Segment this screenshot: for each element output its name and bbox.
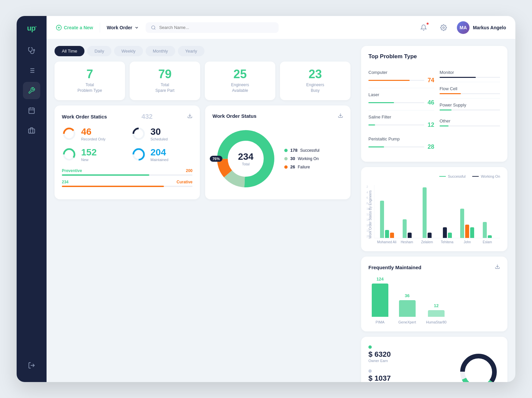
- filter-daily[interactable]: Daily: [87, 46, 111, 56]
- stat-item-recorded-info: 46 Recorded Only: [81, 126, 105, 141]
- freq-download-icon[interactable]: [495, 264, 500, 271]
- y-axis: 20 18 16 14 12 10 8 6 4 2: [366, 185, 370, 238]
- sidebar-icon-calendar[interactable]: [23, 102, 40, 119]
- donut-scheduled: [131, 126, 146, 141]
- sidebar-icon-tools[interactable]: [23, 82, 40, 99]
- legend-dot-working: [284, 157, 288, 160]
- curative-fill: [62, 186, 164, 187]
- sidebar: up• Mange Data: [17, 16, 47, 382]
- stat-item-recorded: 46 Recorded Only: [62, 126, 123, 141]
- avatar: MA: [457, 21, 469, 34]
- notification-badge: [426, 22, 429, 25]
- problem-computer: Computer 74: [368, 66, 434, 88]
- problem-left-col: Computer 74 Laser: [368, 66, 434, 154]
- problem-right-col: Monitor Flow Cell: [434, 66, 500, 154]
- donut-maintained: [131, 147, 146, 162]
- stat-item-new: 152 New: [62, 147, 123, 162]
- freq-humastar: 12 HumaStar80: [426, 303, 447, 324]
- legend-working-line-color: [472, 176, 479, 177]
- time-filters: All Time Daily Weekly Monthly Yearly: [55, 46, 350, 56]
- bar-chart-wrapper: Work Order Status By Engineers 20 18 16 …: [368, 185, 500, 244]
- sidebar-icon-case[interactable]: Mange Data: [23, 122, 40, 139]
- top-problem-title: Top Problem Type: [368, 53, 500, 60]
- svg-rect-11: [29, 129, 35, 133]
- search-input[interactable]: [159, 25, 273, 30]
- donut-recorded: [62, 126, 76, 141]
- svg-line-17: [154, 28, 155, 29]
- stat-card-problem-type: 7 TotalProblem Type: [55, 62, 125, 100]
- earnings-card: $ 6320 Owner Earn $ 1037 Additional Fees…: [361, 337, 507, 382]
- stat-item-maintained-info: 204 Maintained: [151, 147, 169, 162]
- statics-download-icon[interactable]: [187, 113, 193, 120]
- stat-label-engineers-available: EngineersAvailable: [231, 82, 249, 94]
- stat-item-scheduled-info: 30 Scheduled: [151, 126, 168, 141]
- svg-point-0: [34, 49, 35, 51]
- status-donut-chart: 234 Total 76%: [212, 125, 279, 192]
- search-bar[interactable]: [146, 22, 279, 33]
- legend-working-on: 30 Working On: [284, 156, 320, 161]
- settings-button[interactable]: [437, 21, 450, 34]
- donut-container: 234 Total 76% 178 Successful: [212, 125, 343, 192]
- status-card-header: Work Order Status: [212, 113, 343, 119]
- work-order-dropdown[interactable]: Work Order: [107, 25, 139, 30]
- dashboard-right: Top Problem Type Computer 74: [356, 39, 515, 382]
- svg-point-18: [443, 27, 445, 28]
- earnings-donut-container: $ 2,35 Total Earning: [457, 344, 500, 382]
- curative-label: Curative: [177, 180, 193, 184]
- frequently-maintained-card: Frequently Maintained 124 PIMA 36: [361, 257, 507, 331]
- bar-group-zelalem: [417, 187, 437, 238]
- filter-yearly[interactable]: Yearly: [178, 46, 204, 56]
- user-name: Markus Angelo: [473, 25, 506, 30]
- bar-group-tehitena: [437, 227, 457, 238]
- filter-monthly[interactable]: Monthly: [146, 46, 176, 56]
- user-profile[interactable]: MA Markus Angelo: [457, 21, 506, 34]
- earnings-left: $ 6320 Owner Earn $ 1037 Additional Fees…: [368, 344, 452, 382]
- app-header: Create a New Work Order MA: [47, 16, 515, 39]
- stat-label-engineers-busy: EngineersBusy: [306, 82, 324, 94]
- earning-dot-owner: [368, 345, 372, 349]
- freq-genexpert: 36 GeneXpert: [398, 293, 416, 324]
- preventive-track: [62, 174, 193, 176]
- curative-count-label: 234: [62, 180, 68, 184]
- problem-power-supply: Power Supply: [440, 99, 500, 114]
- chart-inner: 20 18 16 14 12 10 8 6 4 2: [374, 185, 500, 244]
- sidebar-icon-logout[interactable]: [23, 357, 40, 374]
- legend-dot-successful: [284, 149, 288, 152]
- stat-card-spare-part: 79 TotalSpare Part: [130, 62, 200, 100]
- freq-card-header: Frequently Maintained: [368, 264, 500, 271]
- app-logo: up•: [27, 24, 36, 33]
- chart-grid: 20 18 16 14 12 10 8 6 4 2: [374, 185, 500, 238]
- legend-working-line: Working On: [472, 174, 500, 178]
- svg-point-16: [152, 26, 155, 29]
- bar-x-labels: Mohamed Ali Hesham Zelalem Tehitena John…: [374, 240, 500, 244]
- stat-item-maintained: 204 Maintained: [131, 147, 193, 162]
- statics-card-header: Work Order Statics 432: [62, 113, 193, 120]
- progress-bars: Preventive 200 234 Curative: [62, 168, 193, 187]
- stat-item-scheduled: 30 Scheduled: [131, 126, 193, 141]
- bar-group-john: [457, 209, 477, 238]
- legend-successful-line-color: [439, 176, 446, 177]
- svg-point-35: [463, 356, 494, 382]
- problem-laser: Laser 46: [368, 88, 434, 110]
- header-right: MA Markus Angelo: [417, 21, 506, 34]
- stat-item-new-info: 152 New: [81, 147, 97, 162]
- status-download-icon[interactable]: [338, 113, 343, 119]
- problem-saline-filter: Saline Filter 12: [368, 110, 434, 132]
- filter-weekly[interactable]: Weekly: [114, 46, 143, 56]
- preventive-value: 200: [186, 168, 193, 173]
- sidebar-icon-list[interactable]: [23, 62, 40, 79]
- statics-grid: 46 Recorded Only: [62, 126, 193, 162]
- legend-successful: 178 Successful: [284, 148, 320, 153]
- freq-title: Frequently Maintained: [368, 265, 421, 270]
- freq-chart: 124 PIMA 36 GeneXpert 12 HumaStar: [368, 277, 500, 324]
- sidebar-icon-stethoscope[interactable]: [23, 42, 40, 59]
- bar-group-hesham: [397, 219, 417, 238]
- problem-monitor: Monitor: [440, 66, 500, 82]
- notifications-button[interactable]: [417, 21, 430, 34]
- curative-track: [62, 186, 193, 187]
- stat-card-engineers-available: 25 EngineersAvailable: [205, 62, 275, 100]
- stat-number-engineers-available: 25: [233, 68, 247, 80]
- create-new-button[interactable]: Create a New: [56, 25, 93, 31]
- donut-center: 234 Total: [238, 151, 254, 166]
- filter-all-time[interactable]: All Time: [55, 46, 84, 56]
